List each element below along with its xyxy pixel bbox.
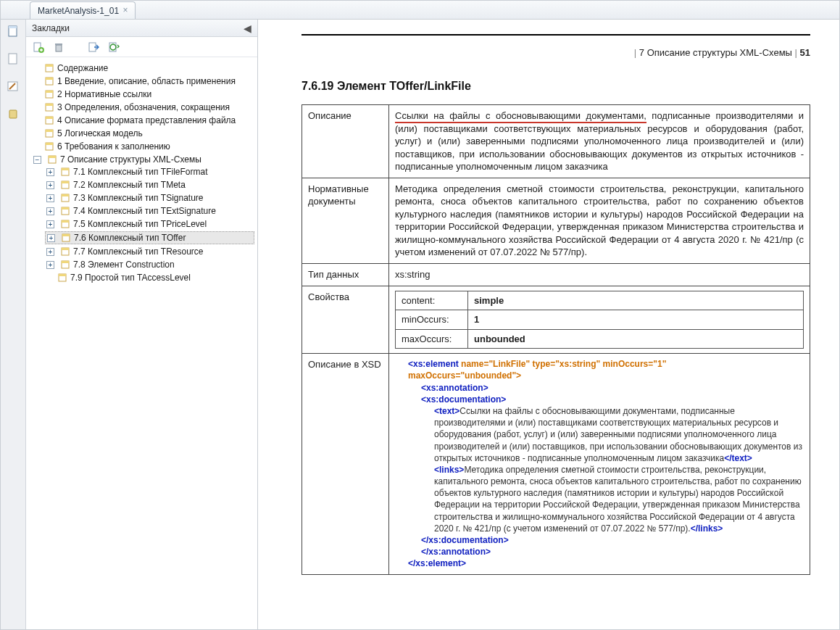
tree-label: 7.7 Комплексный тип TResource [73, 246, 204, 257]
tree-item[interactable]: 6 Требования к заполнению [32, 141, 254, 152]
tree-item[interactable]: 7.9 Простой тип TAccessLevel [45, 272, 254, 283]
bookmark-icon [60, 193, 70, 203]
collapse-icon[interactable]: ◀ [244, 22, 251, 34]
tree-item[interactable]: +7.4 Комплексный тип TExtSignature [45, 205, 254, 217]
sidebar-toolbar [26, 37, 257, 57]
document-page: | 7 Описание структуры XML-Схемы | 51 7.… [258, 20, 839, 629]
edit-icon[interactable] [6, 79, 20, 94]
tree-label: 7.1 Комплексный тип TFileFormat [73, 167, 207, 177]
svg-rect-30 [62, 181, 69, 183]
svg-rect-7 [56, 45, 62, 51]
tree-label: 7 Описание структуры XML-Схемы [60, 154, 201, 165]
close-icon[interactable]: × [120, 5, 130, 15]
document-viewer[interactable]: | 7 Описание структуры XML-Схемы | 51 7.… [258, 20, 839, 629]
tree-item[interactable]: 4 Описание формата представления файла [32, 115, 254, 126]
tree-item[interactable]: 2 Нормативные ссылки [32, 88, 254, 100]
expand-toggle-icon[interactable]: + [46, 207, 54, 215]
expand-toggle-icon[interactable]: + [46, 261, 54, 269]
svg-rect-32 [62, 194, 69, 196]
expand-toggle-icon[interactable]: + [46, 248, 54, 256]
bookmark-icon [44, 89, 54, 99]
prop-key: content: [396, 291, 468, 310]
tree-label: 4 Описание формата представления файла [57, 115, 236, 125]
tree-item[interactable]: +7.3 Комплексный тип TSignature [45, 192, 254, 204]
tree-label: 7.8 Элемент Construction [73, 260, 175, 270]
expand-toggle-icon[interactable]: + [46, 181, 54, 189]
expand-toggle-icon[interactable]: + [46, 220, 54, 228]
svg-rect-4 [9, 110, 17, 118]
expand-toggle-icon[interactable]: + [46, 168, 54, 176]
page-header: | 7 Описание структуры XML-Схемы | 51 [302, 47, 810, 58]
page-icon[interactable] [6, 51, 20, 66]
svg-rect-1 [9, 26, 17, 28]
svg-rect-42 [62, 261, 69, 263]
prop-key: minOccurs: [396, 310, 468, 330]
expand-toggle-icon[interactable]: + [46, 194, 54, 202]
properties-table: content:simple minOccurs:1 maxOccurs:unb… [395, 291, 804, 349]
document-tab[interactable]: MarketAnalysis-1_01 × [30, 1, 136, 19]
document-tab-label: MarketAnalysis-1_01 [38, 6, 119, 16]
left-toolbar [1, 20, 26, 629]
tree-label: 5 Логическая модель [57, 128, 143, 138]
tree-label: 7.4 Комплексный тип TExtSignature [73, 206, 216, 216]
bookmarks-tree[interactable]: Содержание 1 Введение, описание, область… [26, 57, 257, 629]
goto-bookmark-icon[interactable] [87, 41, 100, 54]
prop-val: simple [468, 291, 804, 310]
collapse-toggle-icon[interactable]: − [33, 156, 41, 164]
svg-rect-36 [62, 220, 69, 223]
tree-item[interactable]: +7.8 Элемент Construction [45, 259, 254, 270]
tree-label: 2 Нормативные ссылки [57, 89, 151, 99]
tree-label: 6 Требования к заполнению [57, 141, 170, 152]
svg-rect-28 [62, 168, 69, 170]
bookmark-icon [61, 233, 71, 243]
tree-label: 7.6 Комплексный тип TOffer [74, 233, 186, 243]
prop-val: unbounded [468, 329, 804, 349]
new-doc-icon[interactable] [6, 24, 20, 38]
tree-item[interactable]: Содержание [32, 62, 254, 74]
bookmark-icon [44, 115, 54, 125]
svg-rect-14 [46, 78, 53, 80]
svg-rect-8 [55, 43, 62, 45]
row-label: Нормативные документы [302, 178, 389, 263]
svg-rect-40 [62, 248, 69, 250]
bookmark-icon [60, 260, 70, 270]
add-bookmark-icon[interactable] [32, 41, 45, 54]
tree-item[interactable]: +7.2 Комплексный тип TMeta [45, 179, 254, 191]
export-bookmark-icon[interactable] [107, 41, 120, 54]
tree-item[interactable]: 5 Логическая модель [32, 128, 254, 139]
tree-label: 3 Определения, обозначения, сокращения [57, 102, 230, 112]
book-icon[interactable] [6, 107, 20, 121]
svg-rect-12 [46, 65, 53, 67]
bookmark-icon [44, 141, 54, 152]
bookmark-icon [47, 154, 57, 165]
xsd-code: <xs:element name="LinkFile" type="xs:str… [389, 354, 810, 574]
page-number: 51 [800, 47, 810, 58]
row-value: Методика определения сметной стоимости с… [389, 178, 810, 263]
tree-item[interactable]: −7 Описание структуры XML-Схемы [32, 154, 254, 165]
tree-item-selected[interactable]: +7.6 Комплексный тип TOffer [45, 231, 254, 244]
page-header-section: 7 Описание структуры XML-Схемы [639, 47, 792, 58]
main: Закладки ◀ Содержание 1 Введение, описан… [1, 20, 839, 629]
row-value: xs:string [389, 264, 810, 286]
prop-val: 1 [468, 310, 804, 330]
trash-icon[interactable] [52, 41, 65, 54]
tree-label: 7.2 Комплексный тип TMeta [73, 180, 186, 190]
tree-item[interactable]: +7.5 Комплексный тип TPriceLevel [45, 218, 254, 230]
bookmark-icon [44, 63, 54, 73]
tree-item[interactable]: +7.7 Комплексный тип TResource [45, 246, 254, 257]
tree-item[interactable]: 1 Введение, описание, область применения [32, 75, 254, 87]
tree-label: 7.5 Комплексный тип TPriceLevel [73, 219, 207, 229]
tree-item[interactable]: 3 Определения, обозначения, сокращения [32, 101, 254, 113]
svg-rect-16 [46, 91, 53, 93]
row-value: Ссылки на файлы с обосновывающими докуме… [389, 105, 810, 178]
tree-label: 7.3 Комплексный тип TSignature [73, 193, 204, 203]
sidebar-title: Закладки [32, 23, 70, 33]
expand-toggle-icon[interactable]: + [47, 234, 55, 242]
app-window: MarketAnalysis-1_01 × Закладки ◀ [0, 0, 840, 630]
row-label: Описание в XSD [302, 354, 389, 574]
definition-table: Описание Ссылки на файлы с обосновывающи… [302, 104, 810, 575]
tree-item[interactable]: +7.1 Комплексный тип TFileFormat [45, 166, 254, 178]
highlighted-text: Ссылки на файлы с обосновывающими докуме… [395, 110, 646, 123]
bookmark-icon [60, 180, 70, 190]
svg-rect-26 [49, 156, 56, 158]
